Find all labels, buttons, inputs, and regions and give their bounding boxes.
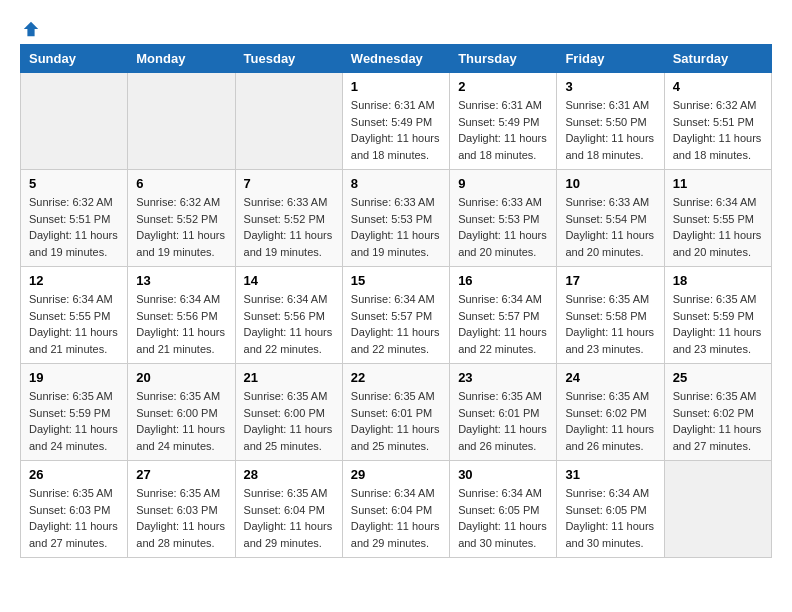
calendar-week-row: 1Sunrise: 6:31 AMSunset: 5:49 PMDaylight… (21, 73, 772, 170)
calendar-cell: 21Sunrise: 6:35 AMSunset: 6:00 PMDayligh… (235, 364, 342, 461)
calendar-cell: 14Sunrise: 6:34 AMSunset: 5:56 PMDayligh… (235, 267, 342, 364)
day-number: 28 (244, 467, 334, 482)
calendar-cell: 19Sunrise: 6:35 AMSunset: 5:59 PMDayligh… (21, 364, 128, 461)
day-info: Sunrise: 6:35 AMSunset: 6:03 PMDaylight:… (136, 485, 226, 551)
weekday-header-monday: Monday (128, 45, 235, 73)
calendar-cell: 17Sunrise: 6:35 AMSunset: 5:58 PMDayligh… (557, 267, 664, 364)
day-number: 11 (673, 176, 763, 191)
day-info: Sunrise: 6:35 AMSunset: 6:01 PMDaylight:… (351, 388, 441, 454)
day-number: 10 (565, 176, 655, 191)
day-info: Sunrise: 6:35 AMSunset: 5:59 PMDaylight:… (29, 388, 119, 454)
day-number: 7 (244, 176, 334, 191)
weekday-header-wednesday: Wednesday (342, 45, 449, 73)
day-number: 9 (458, 176, 548, 191)
day-number: 1 (351, 79, 441, 94)
calendar-cell: 28Sunrise: 6:35 AMSunset: 6:04 PMDayligh… (235, 461, 342, 558)
day-info: Sunrise: 6:35 AMSunset: 6:03 PMDaylight:… (29, 485, 119, 551)
calendar-cell: 29Sunrise: 6:34 AMSunset: 6:04 PMDayligh… (342, 461, 449, 558)
day-number: 30 (458, 467, 548, 482)
day-number: 20 (136, 370, 226, 385)
calendar-cell: 16Sunrise: 6:34 AMSunset: 5:57 PMDayligh… (450, 267, 557, 364)
calendar-cell (664, 461, 771, 558)
day-info: Sunrise: 6:31 AMSunset: 5:49 PMDaylight:… (351, 97, 441, 163)
calendar-week-row: 26Sunrise: 6:35 AMSunset: 6:03 PMDayligh… (21, 461, 772, 558)
page-header (20, 20, 772, 34)
calendar-cell: 26Sunrise: 6:35 AMSunset: 6:03 PMDayligh… (21, 461, 128, 558)
day-info: Sunrise: 6:32 AMSunset: 5:51 PMDaylight:… (673, 97, 763, 163)
day-number: 29 (351, 467, 441, 482)
day-number: 6 (136, 176, 226, 191)
day-number: 22 (351, 370, 441, 385)
calendar-cell (128, 73, 235, 170)
calendar-cell: 6Sunrise: 6:32 AMSunset: 5:52 PMDaylight… (128, 170, 235, 267)
day-info: Sunrise: 6:34 AMSunset: 6:05 PMDaylight:… (565, 485, 655, 551)
day-info: Sunrise: 6:35 AMSunset: 5:58 PMDaylight:… (565, 291, 655, 357)
day-info: Sunrise: 6:33 AMSunset: 5:53 PMDaylight:… (351, 194, 441, 260)
calendar-week-row: 5Sunrise: 6:32 AMSunset: 5:51 PMDaylight… (21, 170, 772, 267)
weekday-header-sunday: Sunday (21, 45, 128, 73)
day-info: Sunrise: 6:35 AMSunset: 6:00 PMDaylight:… (136, 388, 226, 454)
calendar-cell: 8Sunrise: 6:33 AMSunset: 5:53 PMDaylight… (342, 170, 449, 267)
weekday-header-tuesday: Tuesday (235, 45, 342, 73)
day-info: Sunrise: 6:34 AMSunset: 5:56 PMDaylight:… (244, 291, 334, 357)
day-info: Sunrise: 6:33 AMSunset: 5:52 PMDaylight:… (244, 194, 334, 260)
weekday-header-thursday: Thursday (450, 45, 557, 73)
day-number: 19 (29, 370, 119, 385)
day-number: 12 (29, 273, 119, 288)
day-number: 31 (565, 467, 655, 482)
day-info: Sunrise: 6:34 AMSunset: 5:57 PMDaylight:… (351, 291, 441, 357)
day-info: Sunrise: 6:34 AMSunset: 5:55 PMDaylight:… (29, 291, 119, 357)
day-number: 25 (673, 370, 763, 385)
calendar-cell: 30Sunrise: 6:34 AMSunset: 6:05 PMDayligh… (450, 461, 557, 558)
calendar-week-row: 12Sunrise: 6:34 AMSunset: 5:55 PMDayligh… (21, 267, 772, 364)
calendar-header-row: SundayMondayTuesdayWednesdayThursdayFrid… (21, 45, 772, 73)
day-info: Sunrise: 6:35 AMSunset: 6:00 PMDaylight:… (244, 388, 334, 454)
calendar-cell: 9Sunrise: 6:33 AMSunset: 5:53 PMDaylight… (450, 170, 557, 267)
day-number: 23 (458, 370, 548, 385)
day-number: 13 (136, 273, 226, 288)
day-number: 14 (244, 273, 334, 288)
calendar-cell: 5Sunrise: 6:32 AMSunset: 5:51 PMDaylight… (21, 170, 128, 267)
day-number: 4 (673, 79, 763, 94)
calendar-cell: 2Sunrise: 6:31 AMSunset: 5:49 PMDaylight… (450, 73, 557, 170)
calendar-cell: 22Sunrise: 6:35 AMSunset: 6:01 PMDayligh… (342, 364, 449, 461)
day-number: 15 (351, 273, 441, 288)
day-info: Sunrise: 6:31 AMSunset: 5:50 PMDaylight:… (565, 97, 655, 163)
calendar-cell: 10Sunrise: 6:33 AMSunset: 5:54 PMDayligh… (557, 170, 664, 267)
calendar-cell: 1Sunrise: 6:31 AMSunset: 5:49 PMDaylight… (342, 73, 449, 170)
svg-marker-0 (24, 22, 38, 36)
calendar-cell: 20Sunrise: 6:35 AMSunset: 6:00 PMDayligh… (128, 364, 235, 461)
day-info: Sunrise: 6:34 AMSunset: 5:56 PMDaylight:… (136, 291, 226, 357)
calendar-cell: 31Sunrise: 6:34 AMSunset: 6:05 PMDayligh… (557, 461, 664, 558)
weekday-header-friday: Friday (557, 45, 664, 73)
day-info: Sunrise: 6:32 AMSunset: 5:51 PMDaylight:… (29, 194, 119, 260)
day-number: 5 (29, 176, 119, 191)
day-number: 24 (565, 370, 655, 385)
day-number: 26 (29, 467, 119, 482)
day-info: Sunrise: 6:35 AMSunset: 6:02 PMDaylight:… (565, 388, 655, 454)
calendar-cell: 13Sunrise: 6:34 AMSunset: 5:56 PMDayligh… (128, 267, 235, 364)
logo (20, 20, 40, 34)
day-info: Sunrise: 6:35 AMSunset: 6:02 PMDaylight:… (673, 388, 763, 454)
weekday-header-saturday: Saturday (664, 45, 771, 73)
day-number: 27 (136, 467, 226, 482)
day-info: Sunrise: 6:34 AMSunset: 6:04 PMDaylight:… (351, 485, 441, 551)
calendar-cell: 3Sunrise: 6:31 AMSunset: 5:50 PMDaylight… (557, 73, 664, 170)
day-number: 21 (244, 370, 334, 385)
calendar-table: SundayMondayTuesdayWednesdayThursdayFrid… (20, 44, 772, 558)
calendar-week-row: 19Sunrise: 6:35 AMSunset: 5:59 PMDayligh… (21, 364, 772, 461)
day-info: Sunrise: 6:34 AMSunset: 6:05 PMDaylight:… (458, 485, 548, 551)
calendar-cell: 18Sunrise: 6:35 AMSunset: 5:59 PMDayligh… (664, 267, 771, 364)
calendar-cell (235, 73, 342, 170)
day-info: Sunrise: 6:33 AMSunset: 5:53 PMDaylight:… (458, 194, 548, 260)
calendar-cell: 23Sunrise: 6:35 AMSunset: 6:01 PMDayligh… (450, 364, 557, 461)
calendar-cell: 11Sunrise: 6:34 AMSunset: 5:55 PMDayligh… (664, 170, 771, 267)
day-number: 3 (565, 79, 655, 94)
calendar-cell: 15Sunrise: 6:34 AMSunset: 5:57 PMDayligh… (342, 267, 449, 364)
day-info: Sunrise: 6:32 AMSunset: 5:52 PMDaylight:… (136, 194, 226, 260)
day-info: Sunrise: 6:31 AMSunset: 5:49 PMDaylight:… (458, 97, 548, 163)
calendar-cell: 12Sunrise: 6:34 AMSunset: 5:55 PMDayligh… (21, 267, 128, 364)
day-info: Sunrise: 6:34 AMSunset: 5:55 PMDaylight:… (673, 194, 763, 260)
day-number: 18 (673, 273, 763, 288)
day-number: 2 (458, 79, 548, 94)
